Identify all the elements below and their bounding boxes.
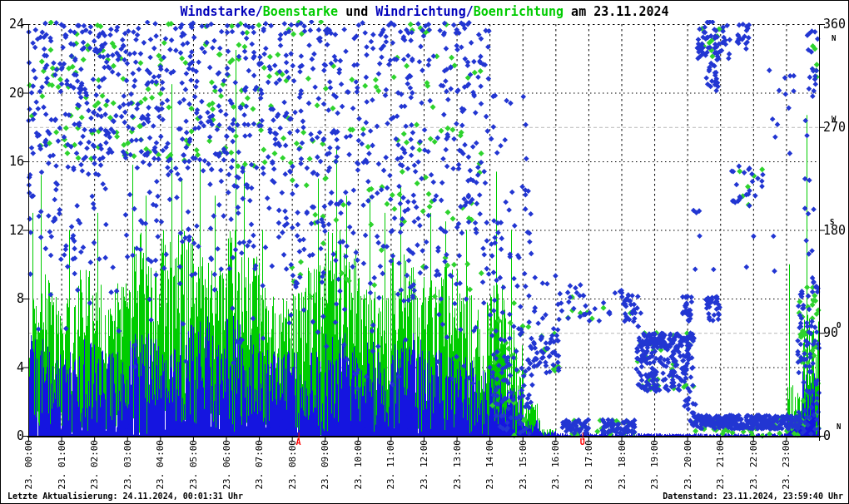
x-tick-label: 23. 19:00	[649, 440, 660, 490]
compass-direction-label: W	[832, 115, 836, 123]
x-tick-label: 23. 04:00	[155, 440, 166, 490]
y-left-tick-label: 0	[1, 428, 24, 443]
y-right-tick-label: 360	[823, 17, 846, 32]
title-segment: und	[338, 4, 375, 19]
weather-chart-window: Windstarke/Boenstarke und Windrichtung/B…	[0, 0, 849, 504]
x-tick-label: 23. 23:00	[781, 440, 792, 490]
x-tick-label: 23. 13:00	[452, 440, 463, 490]
title-segment: Boenstarke	[263, 4, 338, 19]
x-tick-label: 23. 15:00	[518, 440, 529, 490]
chart-canvas	[1, 1, 848, 503]
title-segment: Windrichtung/	[375, 4, 473, 19]
x-tick-label: 23. 21:00	[715, 440, 726, 490]
compass-direction-label: O	[837, 321, 841, 329]
y-right-tick-label: 180	[823, 223, 846, 238]
x-tick-label: 23. 08:00	[287, 440, 298, 490]
y-left-tick-label: 24	[1, 17, 24, 32]
y-left-tick-label: 20	[1, 86, 24, 101]
x-tick-label: 23. 05:00	[188, 440, 199, 490]
compass-direction-label: S	[830, 218, 834, 226]
compass-direction-label: N	[832, 34, 836, 42]
x-tick-label: 23. 03:00	[122, 440, 133, 490]
x-tick-label: 23. 01:00	[57, 440, 67, 490]
y-left-tick-label: 16	[1, 154, 24, 169]
x-tick-label: 23. 02:00	[89, 440, 100, 490]
x-tick-label: 23. 06:00	[221, 440, 232, 490]
y-left-tick-label: 12	[1, 223, 24, 238]
title-segment: Boenrichtung	[474, 4, 564, 19]
y-left-tick-label: 8	[1, 291, 24, 306]
sun-event-marker: A	[296, 437, 301, 447]
x-tick-label: 23. 20:00	[683, 440, 693, 490]
x-tick-label: 23. 00:00	[23, 440, 34, 490]
x-tick-label: 23. 07:00	[254, 440, 265, 490]
x-tick-label: 23. 10:00	[353, 440, 364, 490]
last-update-text: Letzte Aktualisierung: 24.11.2024, 00:01…	[7, 492, 243, 501]
y-right-tick-label: 0	[823, 428, 831, 443]
title-segment: am 23.11.2024	[564, 4, 668, 19]
x-tick-label: 23. 11:00	[385, 440, 396, 490]
chart-title: Windstarke/Boenstarke und Windrichtung/B…	[1, 4, 848, 19]
x-tick-label: 23. 14:00	[484, 440, 495, 490]
y-left-tick-label: 4	[1, 360, 24, 375]
x-tick-label: 23. 16:00	[550, 440, 561, 490]
x-tick-label: 23. 22:00	[748, 440, 759, 490]
title-segment: Windstarke/	[180, 4, 262, 19]
x-tick-label: 23. 12:00	[419, 440, 429, 490]
x-tick-label: 23. 17:00	[583, 440, 594, 490]
compass-direction-label: N	[837, 422, 841, 431]
data-timestamp-text: Datenstand: 23.11.2024, 23:59:40 Uhr	[663, 492, 843, 501]
sun-event-marker: U	[580, 437, 585, 447]
x-tick-label: 23. 18:00	[617, 440, 628, 490]
x-tick-label: 23. 09:00	[320, 440, 330, 490]
